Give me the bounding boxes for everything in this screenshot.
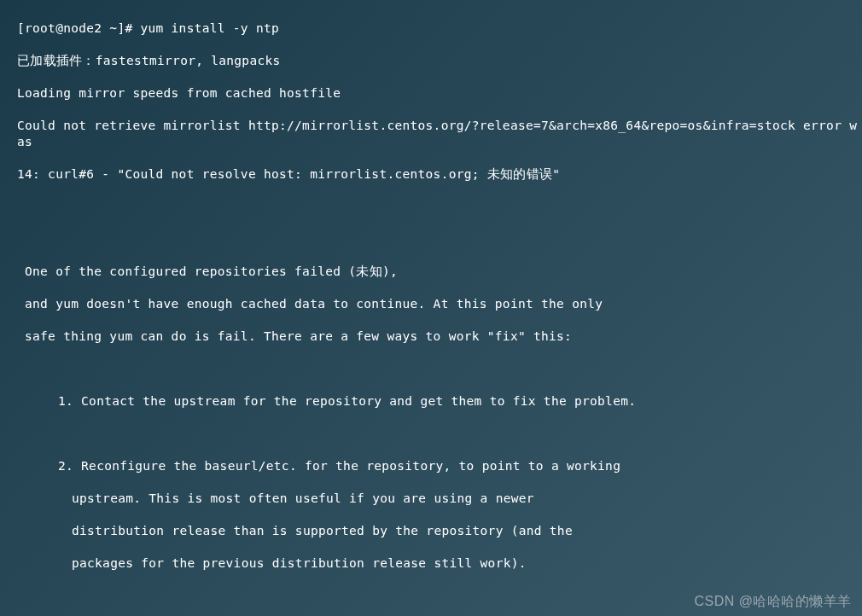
list-item: 1. Contact the upstream for the reposito… — [17, 393, 862, 410]
output-line: Loading mirror speeds from cached hostfi… — [17, 85, 862, 102]
blank-line — [17, 199, 862, 215]
watermark-text: CSDN @哈哈哈的懒羊羊 — [694, 593, 852, 609]
prompt-line: [root@node2 ~]# yum install -y ntp — [17, 20, 862, 37]
output-line: and yum doesn't have enough cached data … — [17, 296, 862, 312]
list-item: distribution release than is supported b… — [17, 523, 862, 539]
list-item: packages for the previous distribution r… — [17, 555, 862, 572]
list-item: 2. Reconfigure the baseurl/etc. for the … — [17, 458, 862, 474]
output-line: One of the configured repositories faile… — [17, 264, 862, 280]
blank-line — [17, 361, 862, 377]
list-item: upstream. This is most often useful if y… — [17, 491, 862, 507]
output-line: 已加载插件：fastestmirror, langpacks — [17, 53, 862, 69]
blank-line — [17, 426, 862, 442]
blank-line — [17, 231, 862, 247]
output-line: Could not retrieve mirrorlist http://mir… — [17, 118, 862, 150]
output-line: 14: curl#6 - "Could not resolve host: mi… — [17, 166, 862, 183]
output-line: safe thing yum can do is fail. There are… — [17, 328, 862, 345]
terminal-output: [root@node2 ~]# yum install -y ntp 已加载插件… — [17, 4, 862, 616]
